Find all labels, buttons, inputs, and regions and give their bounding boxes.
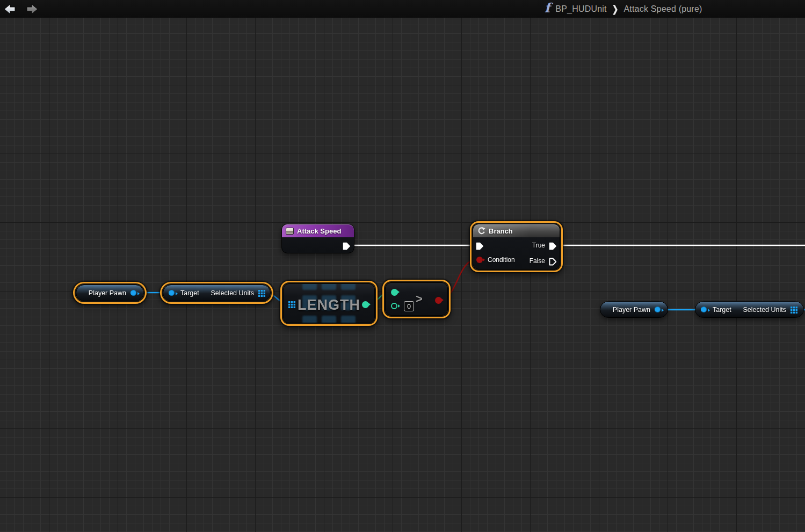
true-pin-label: True xyxy=(532,242,545,249)
false-pin-label: False xyxy=(530,257,545,265)
bool-output-pin[interactable] xyxy=(435,297,442,304)
function-icon: f xyxy=(545,2,550,14)
length-label: LENGTH xyxy=(284,297,374,314)
condition-pin-label: Condition xyxy=(488,256,515,264)
object-output-pin[interactable] xyxy=(655,307,661,312)
object-output-pin[interactable] xyxy=(130,290,136,296)
node-array-length[interactable]: LENGTH xyxy=(283,283,375,323)
true-exec-output-pin[interactable] xyxy=(549,242,557,250)
default-value-input[interactable]: 0 xyxy=(404,301,414,311)
variable-label: Selected Units xyxy=(743,306,786,314)
node-header: Attack Speed xyxy=(282,224,354,237)
node-branch[interactable]: Branch Condition True False xyxy=(473,224,560,269)
back-arrow-button[interactable] xyxy=(3,3,17,16)
node-player-pawn-right[interactable]: Player Pawn xyxy=(600,301,668,318)
node-title: Attack Speed xyxy=(297,227,341,235)
node-header: Branch xyxy=(473,224,560,237)
exec-output-pin[interactable] xyxy=(343,242,351,250)
variable-label: Selected Units xyxy=(211,289,254,297)
breadcrumb: f BP_HUDUnit ❯ Attack Speed (pure) xyxy=(545,0,702,18)
exec-input-pin[interactable] xyxy=(476,242,484,250)
array-input-pin[interactable] xyxy=(288,301,295,308)
chevron-right-icon: ❯ xyxy=(612,4,619,14)
function-entry-icon xyxy=(286,228,294,235)
target-pin-label: Target xyxy=(180,289,199,297)
variable-label: Player Pawn xyxy=(613,306,650,314)
node-selected-units-right[interactable]: Target Selected Units xyxy=(695,301,804,318)
variable-label: Player Pawn xyxy=(89,289,126,297)
blueprint-editor: Attack Speed Branch Condition True False xyxy=(0,0,805,532)
top-toolbar: f BP_HUDUnit ❯ Attack Speed (pure) xyxy=(0,0,805,18)
int-input-pin-b[interactable] xyxy=(391,303,397,309)
int-output-pin[interactable] xyxy=(362,301,369,308)
breadcrumb-blueprint[interactable]: BP_HUDUnit xyxy=(555,4,606,14)
graph-canvas[interactable] xyxy=(0,0,805,532)
branch-icon xyxy=(477,227,485,235)
node-selected-units-left[interactable]: Target Selected Units xyxy=(163,285,271,301)
node-title: Branch xyxy=(489,227,513,235)
node-player-pawn-left[interactable]: Player Pawn xyxy=(76,285,144,301)
target-pin-label: Target xyxy=(713,306,731,314)
target-input-pin[interactable] xyxy=(701,307,707,312)
int-input-pin-a[interactable] xyxy=(391,289,398,296)
target-input-pin[interactable] xyxy=(169,290,175,296)
operator-glyph: > xyxy=(416,292,423,306)
array-output-pin[interactable] xyxy=(258,290,265,297)
node-function-entry-attack-speed[interactable]: Attack Speed xyxy=(281,224,354,253)
condition-input-pin[interactable] xyxy=(476,257,483,263)
breadcrumb-function[interactable]: Attack Speed (pure) xyxy=(623,4,702,14)
forward-arrow-button[interactable] xyxy=(25,3,39,16)
array-output-pin[interactable] xyxy=(791,307,797,314)
node-greater-than[interactable]: 0 > xyxy=(385,282,448,316)
false-exec-output-pin[interactable] xyxy=(549,258,557,266)
